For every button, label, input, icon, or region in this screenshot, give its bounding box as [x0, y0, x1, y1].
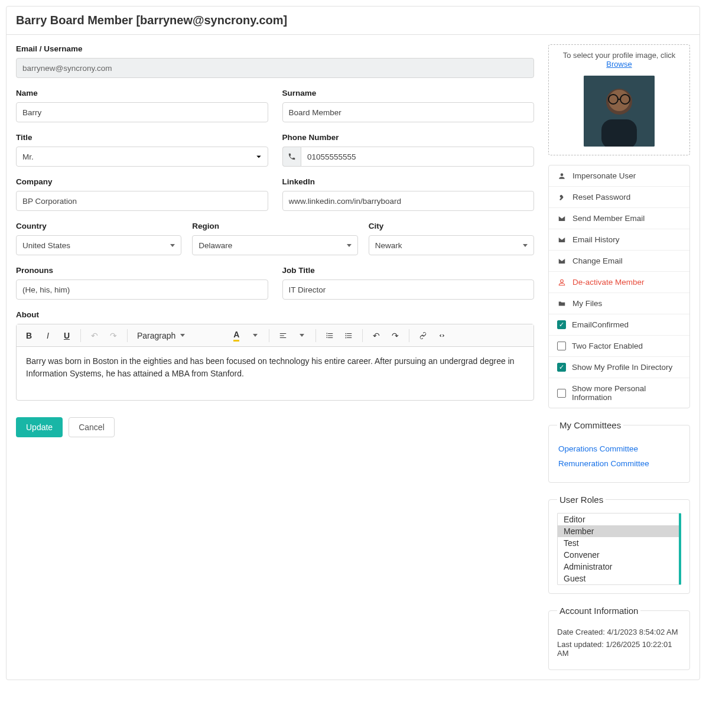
link-button[interactable] [414, 327, 432, 344]
show-profile-toggle[interactable]: Show My Profile In Directory [549, 357, 689, 378]
editor-toolbar: B I U ↶ ↷ Paragraph [17, 324, 533, 347]
action-label: Reset Password [572, 193, 630, 202]
phone-field[interactable] [301, 147, 534, 167]
date-created-line: Date Created: 4/1/2023 8:54:02 AM [557, 628, 681, 636]
pronouns-label: Pronouns [16, 266, 268, 275]
linkedin-label: LinkedIn [282, 177, 535, 186]
align-button[interactable] [274, 327, 292, 344]
my-files-action[interactable]: My Files [549, 293, 689, 314]
send-email-action[interactable]: Send Member Email [549, 208, 689, 229]
action-label: Email History [572, 235, 620, 244]
city-select[interactable]: Newark [369, 235, 534, 255]
company-field[interactable] [16, 191, 268, 211]
last-updated-line: Last updated: 1/26/2025 10:22:01 AM [557, 640, 681, 658]
update-button[interactable]: Update [16, 417, 63, 437]
region-label: Region [192, 222, 357, 230]
font-color-menu[interactable] [246, 327, 264, 344]
undo-icon[interactable]: ↶ [86, 327, 103, 344]
chevron-down-icon [523, 244, 528, 247]
key-icon [557, 193, 567, 202]
two-factor-toggle[interactable]: Two Factor Enabled [549, 336, 689, 357]
font-color-button[interactable]: A [227, 327, 245, 344]
roles-listbox[interactable]: Editor Member Test Convener Administrato… [557, 513, 681, 585]
user-impersonate-icon [557, 172, 567, 180]
role-option[interactable]: Member [558, 525, 679, 537]
user-roles-block: User Roles Editor Member Test Convener A… [548, 495, 690, 594]
city-value: Newark [375, 241, 402, 250]
committee-link[interactable]: Remuneration Committee [558, 459, 680, 468]
code-button[interactable] [433, 327, 451, 344]
date-created-label: Date Created: [557, 628, 607, 636]
unordered-list-button[interactable] [340, 327, 357, 344]
role-option[interactable]: Administrator [558, 561, 679, 573]
show-more-info-toggle[interactable]: Show more Personal Information [549, 378, 689, 408]
company-label: Company [16, 177, 268, 186]
about-textarea[interactable]: Barry was born in Boston in the eighties… [17, 347, 533, 400]
svg-point-5 [609, 90, 630, 111]
mail-icon [557, 214, 567, 223]
role-option[interactable]: Test [558, 537, 679, 549]
profile-image-upload[interactable]: To select your profile image, click Brow… [548, 44, 690, 155]
email-label: Email / Username [16, 44, 534, 53]
reset-password-action[interactable]: Reset Password [549, 187, 689, 208]
user-roles-title: User Roles [557, 495, 606, 505]
phone-icon [282, 147, 301, 167]
checkbox-icon [557, 342, 566, 350]
upload-prefix: To select your profile image, click [563, 51, 676, 60]
check-label: Two Factor Enabled [572, 342, 681, 350]
action-label: Change Email [572, 256, 623, 265]
action-label: Impersonate User [572, 171, 636, 180]
phone-label: Phone Number [282, 133, 535, 142]
email-history-action[interactable]: Email History [549, 229, 689, 251]
profile-image [584, 76, 655, 147]
committee-link[interactable]: Operations Committee [558, 444, 680, 453]
email-value: barrynew@syncrony.com [22, 64, 112, 73]
deactivate-member-action[interactable]: De-activate Member [549, 272, 689, 293]
user-off-icon [557, 278, 567, 287]
role-option[interactable]: Guest [558, 573, 679, 584]
paragraph-style-label: Paragraph [137, 331, 175, 340]
jobtitle-field[interactable] [282, 280, 535, 300]
role-option[interactable]: Editor [558, 514, 679, 525]
country-value: United States [22, 241, 70, 250]
paragraph-style-select[interactable]: Paragraph [132, 331, 190, 340]
linkedin-field[interactable] [282, 191, 535, 211]
email-confirmed-toggle[interactable]: EmailConfirmed [549, 314, 689, 336]
pronouns-field[interactable] [16, 280, 268, 300]
account-info-block: Account Information Date Created: 4/1/20… [548, 606, 690, 670]
browse-link[interactable]: Browse [606, 60, 632, 69]
editor-undo-button[interactable]: ↶ [367, 327, 385, 344]
my-committees-title: My Committees [557, 420, 623, 430]
cancel-button[interactable]: Cancel [69, 417, 115, 437]
title-select[interactable]: Mr. [16, 147, 268, 167]
action-label: De-activate Member [572, 278, 645, 287]
user-edit-panel: Barry Board Member [barrynew@syncrony.co… [6, 6, 700, 680]
country-label: Country [16, 222, 181, 230]
bold-button[interactable]: B [20, 327, 38, 344]
impersonate-user-action[interactable]: Impersonate User [549, 165, 689, 187]
role-option[interactable]: Convener [558, 549, 679, 561]
ordered-list-button[interactable] [321, 327, 339, 344]
change-email-action[interactable]: Change Email [549, 251, 689, 272]
region-value: Delaware [199, 241, 232, 250]
chevron-down-icon [180, 334, 185, 337]
align-menu[interactable] [293, 327, 311, 344]
panel-header: Barry Board Member [barrynew@syncrony.co… [6, 6, 700, 35]
redo-icon[interactable]: ↷ [105, 327, 122, 344]
chevron-down-icon [347, 244, 352, 247]
underline-button[interactable]: U [58, 327, 76, 344]
surname-field[interactable] [282, 102, 535, 122]
check-label: EmailConfirmed [572, 320, 681, 329]
email-field: barrynew@syncrony.com [16, 58, 534, 78]
title-label: Title [16, 133, 268, 142]
svg-rect-6 [601, 119, 637, 147]
italic-button[interactable]: I [39, 327, 57, 344]
name-label: Name [16, 89, 268, 98]
region-select[interactable]: Delaware [192, 235, 357, 255]
mail-icon [557, 236, 567, 244]
name-field[interactable] [16, 102, 268, 122]
page-title: Barry Board Member [barrynew@syncrony.co… [16, 14, 690, 27]
country-select[interactable]: United States [16, 235, 181, 255]
editor-redo-button[interactable]: ↷ [386, 327, 404, 344]
folder-icon [557, 300, 567, 308]
